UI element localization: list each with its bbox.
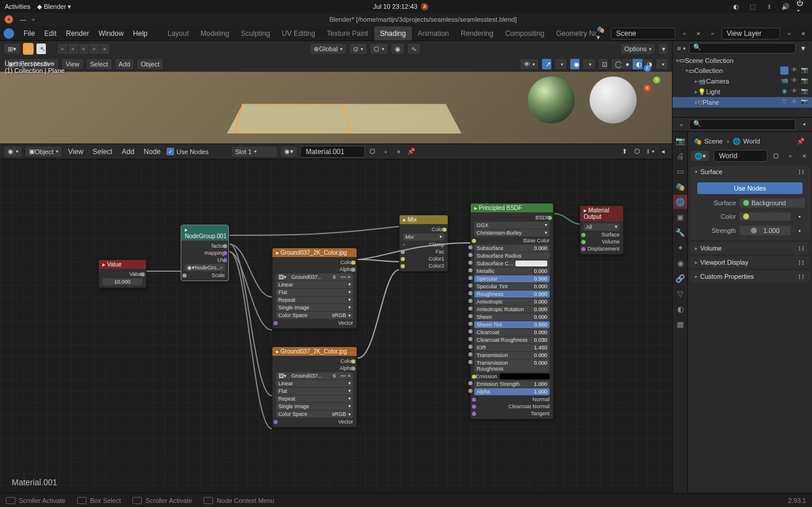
- node-value-title[interactable]: ▸ Value: [99, 260, 146, 269]
- props-tab-render-icon[interactable]: 📷: [673, 134, 687, 148]
- node-value-field[interactable]: 10.000: [102, 278, 142, 285]
- scene-delete-icon[interactable]: ×: [693, 28, 704, 39]
- axis-z-icon[interactable]: Z: [644, 65, 651, 72]
- activities-label[interactable]: Activities: [5, 3, 30, 10]
- header-icon-a[interactable]: ▾: [658, 43, 668, 55]
- props-tab-world-icon[interactable]: 🌐: [673, 195, 687, 209]
- props-tab-output-icon[interactable]: 🖨: [673, 149, 687, 163]
- menu-help[interactable]: Help: [128, 27, 152, 40]
- tray-dropbox-icon[interactable]: ⬚: [747, 1, 758, 12]
- surface-shader-dropdown[interactable]: Background: [740, 198, 805, 208]
- outliner-light[interactable]: ▸ 💡 Light ◉👁📷: [673, 86, 812, 97]
- node-editor[interactable]: ◉ ▣ Object View Select Add Node ✓ Use No…: [0, 144, 672, 493]
- viewlayer-delete-icon[interactable]: ×: [798, 28, 808, 39]
- props-pin-icon[interactable]: 📌: [796, 136, 806, 146]
- menu-render[interactable]: Render: [61, 27, 94, 40]
- node-editor-type[interactable]: ◉: [4, 146, 22, 158]
- bsdf-row[interactable]: IOR1.450: [474, 344, 550, 351]
- tool-select-box-icon[interactable]: ▢: [23, 43, 34, 55]
- node-hdr-icon-1[interactable]: ⬆: [619, 146, 630, 157]
- use-nodes-button[interactable]: Use Nodes: [697, 182, 803, 194]
- gizmo-dropdown[interactable]: [554, 58, 567, 70]
- viewport-menu-view[interactable]: View: [61, 58, 84, 70]
- node-mix-title[interactable]: ▸ Mix: [400, 215, 448, 224]
- bsdf-row[interactable]: Specular0.500: [474, 275, 550, 282]
- node-menu-add[interactable]: Add: [118, 145, 138, 158]
- node-nodegroup-title[interactable]: ▸ NodeGroup.001: [181, 225, 228, 241]
- tab-compositing[interactable]: Compositing: [499, 26, 550, 41]
- tray-volume-icon[interactable]: 🔊: [780, 1, 791, 12]
- props-tab-texture-icon[interactable]: ▦: [673, 317, 687, 331]
- props-tab-physics-icon[interactable]: ◉: [673, 256, 687, 270]
- xray-icon[interactable]: ⊡: [598, 58, 608, 70]
- outliner-mode-dropdown[interactable]: ≡: [676, 43, 687, 54]
- node-menu-select[interactable]: Select: [89, 145, 116, 158]
- tray-power-icon[interactable]: ⏻ ▾: [797, 1, 807, 12]
- node-mix[interactable]: ▸ Mix Color Mix ▫ Clamp Fac Color1 Color…: [399, 215, 448, 272]
- bsdf-row[interactable]: Transmission0.000: [474, 352, 550, 359]
- node-hdr-icon-3[interactable]: ⫴: [645, 146, 655, 157]
- clock[interactable]: Jul 10 23:12:43: [373, 3, 417, 10]
- menu-edit[interactable]: Edit: [39, 27, 61, 40]
- bsdf-row[interactable]: Specular Tint0.000: [474, 283, 550, 290]
- panel-viewport-display[interactable]: ▸ Viewport Display⫶⫶: [690, 256, 810, 268]
- bsdf-row[interactable]: Roughness0.500: [474, 291, 550, 298]
- outliner-search[interactable]: 🔍: [689, 43, 796, 54]
- tab-animation[interactable]: Animation: [412, 26, 455, 41]
- bsdf-row[interactable]: Subsurface C...: [474, 260, 550, 267]
- nav-gizmo[interactable]: Z Y X: [631, 65, 660, 94]
- outliner-plane[interactable]: ▸ ▽ Plane ▽👁📷: [673, 97, 812, 108]
- overlay-toggle-icon[interactable]: ◉: [570, 58, 580, 70]
- props-tab-particle-icon[interactable]: ✦: [673, 241, 687, 255]
- tray-steam-icon[interactable]: ◐: [731, 1, 741, 12]
- bsdf-row[interactable]: Subsurface Radius: [474, 252, 550, 259]
- tab-uv-editing[interactable]: UV Editing: [276, 26, 321, 41]
- bsdf-row[interactable]: Clearcoat Roughness0.030: [474, 336, 550, 343]
- scene-new-icon[interactable]: ▫: [679, 28, 690, 39]
- curve-icon[interactable]: ∿: [407, 43, 421, 55]
- bsdf-row[interactable]: Transmission Roughness0.000: [474, 359, 550, 372]
- viewlayer-browse-icon[interactable]: ▫: [707, 28, 718, 39]
- viewport-menu-add[interactable]: Add: [115, 58, 135, 70]
- pivot-dropdown[interactable]: ⊙: [349, 43, 367, 55]
- bsdf-row[interactable]: Clearcoat0.000: [474, 329, 550, 336]
- overlay-dropdown[interactable]: [583, 58, 595, 70]
- close-button[interactable]: ×: [5, 15, 13, 24]
- world-color-field[interactable]: [740, 212, 791, 221]
- selmode-4[interactable]: ▫: [89, 43, 99, 55]
- world-name-field[interactable]: World: [714, 150, 767, 162]
- header-expand-icon[interactable]: ◂: [658, 146, 668, 157]
- world-unlink-icon[interactable]: ×: [799, 151, 810, 161]
- outliner-scene-collection[interactable]: ▾ ▭ Scene Collection: [673, 55, 812, 65]
- blender-logo-icon[interactable]: [4, 28, 14, 39]
- outliner-filter-icon[interactable]: ▼: [798, 43, 808, 54]
- maximize-button[interactable]: ▫: [28, 14, 39, 25]
- props-tab-data-icon[interactable]: ▽: [673, 286, 687, 301]
- viewlayer-new-icon[interactable]: ▫: [784, 28, 794, 39]
- slot-dropdown[interactable]: Slot 1: [231, 146, 278, 158]
- use-nodes-checkbox[interactable]: ✓: [167, 148, 174, 155]
- material-browse-icon[interactable]: ◉▾: [280, 146, 298, 158]
- shading-wire-icon[interactable]: ◯: [611, 58, 621, 70]
- viewport-menu-select[interactable]: Select: [86, 58, 112, 70]
- props-search[interactable]: 🔍: [689, 119, 796, 130]
- material-name-field[interactable]: Material.001: [300, 146, 365, 158]
- props-tab-material-icon[interactable]: ◐: [673, 302, 687, 316]
- orientation-dropdown[interactable]: ⊕ Global: [310, 43, 347, 55]
- tab-modeling[interactable]: Modeling: [195, 26, 235, 41]
- selmode-3[interactable]: ▫: [78, 43, 89, 55]
- node-bsdf-title[interactable]: ▸ Principled BSDF: [471, 204, 553, 212]
- node-hdr-icon-2[interactable]: ⬡: [632, 146, 643, 157]
- node-img1-title[interactable]: ▸ Ground037_2K_Color.jpg: [272, 248, 357, 257]
- axis-y-icon[interactable]: Y: [653, 76, 660, 84]
- viewport-menu-object[interactable]: Object: [137, 58, 164, 70]
- editor-type-dropdown[interactable]: ⊞▾: [4, 43, 21, 55]
- node-menu-view[interactable]: View: [65, 145, 87, 158]
- material-pin-icon[interactable]: 📌: [406, 146, 417, 157]
- material-shield-icon[interactable]: ⬡: [367, 146, 378, 157]
- node-nodegroup[interactable]: ▸ NodeGroup.001 factor mapping UV ◉▾ Nod…: [181, 225, 229, 281]
- node-image-texture-2[interactable]: ▸ Ground037_2K_Color.jpg Color Alpha 🖼▾ …: [272, 346, 357, 428]
- proportional-edit-icon[interactable]: ◉: [391, 43, 405, 55]
- material-unlink-icon[interactable]: ×: [393, 146, 404, 157]
- world-shield-icon[interactable]: ⬡: [771, 151, 781, 161]
